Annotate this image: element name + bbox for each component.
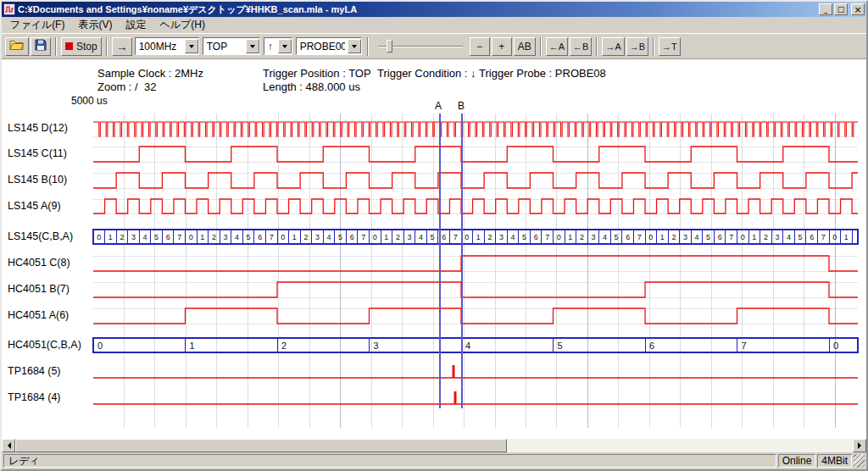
open-folder-icon: [9, 39, 25, 53]
trigger-position-value: TOP: [207, 41, 243, 53]
scroll-right-button[interactable]: [853, 439, 866, 452]
svg-text:5: 5: [522, 233, 526, 241]
status-message: レディ: [3, 454, 776, 468]
trigger-probe-value: PROBE00: [300, 41, 345, 53]
trigger-position-select[interactable]: TOP: [203, 37, 260, 55]
sample-clock-value: 100MHz: [139, 41, 182, 53]
svg-text:5: 5: [615, 233, 619, 241]
waveform-area: Sample Clock : 2MHz Trigger Position : T…: [2, 59, 866, 439]
scrollbar-thumb[interactable]: [15, 439, 507, 452]
svg-text:0: 0: [281, 233, 285, 241]
svg-text:5: 5: [154, 233, 159, 241]
svg-text:2: 2: [303, 233, 308, 241]
channel-label-ls145-a9[interactable]: LS145 A(9): [8, 200, 61, 212]
menu-settings[interactable]: 設定: [119, 16, 153, 34]
toolbar-separator: [367, 37, 369, 56]
menu-help[interactable]: ヘルプ(H): [153, 16, 212, 34]
zoom-in-button[interactable]: +: [492, 37, 512, 56]
svg-text:4: 4: [235, 233, 239, 241]
sample-clock-select[interactable]: 100MHz: [135, 37, 199, 55]
svg-text:3: 3: [407, 233, 411, 241]
svg-text:0: 0: [648, 233, 653, 241]
minimize-button[interactable]: _: [819, 3, 832, 15]
scrollbar-track[interactable]: [507, 439, 853, 452]
open-file-button[interactable]: [5, 37, 29, 56]
channel-label-ls145-c11[interactable]: LS145 C(11): [8, 147, 67, 159]
channel-label-hc4051-bus[interactable]: HC4051(C,B,A): [8, 339, 81, 351]
svg-text:2: 2: [281, 341, 287, 351]
ab-range-button[interactable]: AB: [514, 37, 536, 56]
arrow-right-icon: →: [116, 40, 128, 53]
horizontal-scrollbar[interactable]: [2, 439, 866, 452]
svg-text:6: 6: [350, 233, 354, 241]
svg-text:7: 7: [545, 233, 549, 241]
slider-handle[interactable]: [387, 40, 392, 53]
svg-text:4: 4: [419, 233, 423, 241]
goto-trigger-button[interactable]: →T: [659, 37, 681, 56]
save-button[interactable]: [31, 37, 51, 56]
svg-text:0: 0: [373, 233, 377, 241]
zoom-slider[interactable]: [376, 37, 465, 56]
svg-text:1: 1: [476, 233, 481, 241]
svg-text:1: 1: [660, 233, 665, 241]
run-button[interactable]: →: [112, 37, 132, 56]
svg-text:0: 0: [97, 341, 103, 351]
close-button[interactable]: ×: [851, 3, 865, 15]
channel-label-tp1684-5[interactable]: TP1684 (5): [8, 365, 61, 377]
svg-text:0: 0: [465, 233, 469, 241]
resize-grip[interactable]: [854, 454, 865, 468]
svg-text:5: 5: [431, 233, 435, 241]
svg-text:3: 3: [591, 233, 595, 241]
stop-button[interactable]: Stop: [61, 37, 102, 56]
svg-text:7: 7: [821, 233, 826, 241]
channel-label-tp1684-4[interactable]: TP1684 (4): [8, 391, 61, 403]
goto-marker-a-button[interactable]: ←A: [546, 37, 568, 56]
svg-text:5: 5: [247, 233, 251, 241]
svg-text:6: 6: [166, 233, 170, 241]
svg-text:1: 1: [108, 233, 113, 241]
set-marker-a-button[interactable]: →A: [602, 37, 624, 56]
title-bar[interactable]: C:¥Documents and Settings¥noname¥デスクトップ¥…: [2, 2, 866, 17]
menu-bar: ファイル(F) 表示(V) 設定 ヘルプ(H): [2, 17, 866, 34]
goto-marker-b-button[interactable]: ←B: [570, 37, 592, 56]
menu-file[interactable]: ファイル(F): [3, 16, 71, 34]
status-bar: レディ Online 4MBit: [2, 452, 866, 469]
svg-text:5: 5: [558, 341, 563, 351]
channel-label-ls145-d12[interactable]: LS145 D(12): [8, 122, 68, 134]
channel-label-hc4051-c8[interactable]: HC4051 C(8): [8, 257, 70, 269]
svg-text:3: 3: [374, 341, 379, 351]
stop-button-label: Stop: [76, 41, 97, 53]
svg-text:1: 1: [568, 233, 572, 241]
svg-text:2: 2: [396, 233, 400, 241]
marker-b-label[interactable]: B: [458, 100, 465, 112]
channel-label-ls145-b10[interactable]: LS145 B(10): [8, 174, 67, 186]
svg-text:5: 5: [798, 233, 803, 241]
trigger-edge-select[interactable]: ↑: [264, 37, 292, 55]
channel-label-hc4051-b7[interactable]: HC4051 B(7): [8, 283, 70, 295]
trigger-probe-select[interactable]: PROBE00: [296, 37, 362, 55]
chevron-down-icon[interactable]: [348, 39, 361, 53]
menu-view[interactable]: 表示(V): [71, 16, 119, 34]
channel-label-ls145-bus[interactable]: LS145(C,B,A): [8, 230, 73, 242]
svg-text:2: 2: [212, 233, 216, 241]
window-title: C:¥Documents and Settings¥noname¥デスクトップ¥…: [18, 3, 819, 16]
set-marker-b-button[interactable]: →B: [626, 37, 648, 56]
maximize-button[interactable]: □: [834, 3, 848, 15]
svg-text:3: 3: [223, 233, 227, 241]
svg-text:0: 0: [832, 233, 837, 241]
app-window: C:¥Documents and Settings¥noname¥デスクトップ¥…: [0, 0, 868, 471]
toolbar-separator: [106, 37, 108, 56]
chevron-down-icon[interactable]: [246, 39, 259, 53]
svg-text:0: 0: [833, 341, 838, 351]
chevron-down-icon[interactable]: [278, 39, 292, 53]
marker-a-label[interactable]: A: [435, 100, 442, 112]
toolbar-separator: [596, 37, 598, 56]
online-indicator: Online: [778, 454, 816, 468]
waveform-plot[interactable]: 0123456701234567012345670123456701234567…: [2, 59, 866, 439]
channel-label-hc4051-a6[interactable]: HC4051 A(6): [8, 309, 69, 321]
chevron-down-icon[interactable]: [185, 39, 198, 53]
trigger-edge-value: ↑: [268, 41, 275, 53]
svg-text:7: 7: [729, 233, 733, 241]
scroll-left-button[interactable]: [2, 439, 15, 452]
zoom-out-button[interactable]: −: [470, 37, 490, 56]
